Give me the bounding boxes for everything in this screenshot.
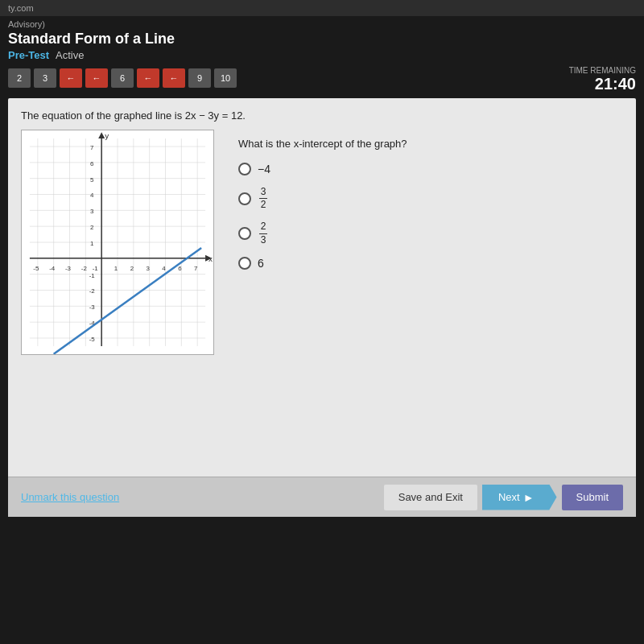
nav-btn-back3[interactable]: ←: [137, 68, 159, 88]
svg-text:3: 3: [90, 208, 94, 215]
svg-text:-3: -3: [65, 265, 72, 272]
denominator: 2: [259, 199, 267, 210]
bottom-dark-area: [0, 525, 644, 589]
main-content: The equation of the graphed line is 2x −…: [8, 98, 636, 517]
radio-opt3[interactable]: [238, 227, 251, 240]
svg-text:1: 1: [90, 240, 94, 247]
svg-text:-1: -1: [93, 265, 99, 272]
option-label-4: 6: [258, 257, 264, 270]
unmark-link[interactable]: Unmark this question: [21, 491, 119, 503]
svg-text:3: 3: [146, 265, 150, 272]
svg-text:7: 7: [90, 144, 93, 151]
numerator: 2: [259, 221, 267, 233]
option-row-2[interactable]: 3 2: [238, 187, 623, 210]
nav-btn-3[interactable]: 3: [34, 68, 56, 88]
option-row-4[interactable]: 6: [238, 257, 623, 270]
svg-text:2: 2: [130, 265, 134, 272]
time-remaining: TIME REMAINING 21:40: [569, 66, 636, 93]
option-row-1[interactable]: −4: [238, 163, 623, 175]
option-label-3: 2 3: [258, 221, 267, 245]
pre-test-row: Pre-Test Active: [8, 49, 636, 61]
active-label: Active: [56, 49, 84, 61]
option-label-2: 3 2: [258, 187, 267, 210]
advisory-text: Advisory): [8, 19, 636, 29]
header-bar: Advisory) Standard Form of a Line Pre-Te…: [0, 16, 644, 98]
radio-opt2[interactable]: [238, 192, 251, 205]
radio-opt4[interactable]: [238, 257, 251, 270]
pretest-label: Pre-Test: [8, 49, 49, 61]
numerator: 3: [259, 187, 267, 199]
svg-text:6: 6: [90, 160, 94, 167]
next-label: Next: [498, 491, 520, 503]
nav-btn-back4[interactable]: ←: [163, 68, 185, 88]
content-row: x y -5 -4 -3 -2 -1 1 2 3 4 6 7 7: [21, 130, 623, 358]
save-exit-button[interactable]: Save and Exit: [384, 485, 477, 510]
nav-btn-9[interactable]: 9: [188, 68, 211, 88]
fraction-2-3: 2 3: [259, 221, 267, 245]
top-bar: ty.com: [0, 0, 644, 16]
svg-text:x: x: [208, 254, 213, 263]
equation-text: The equation of the graphed line is 2x −…: [21, 109, 623, 122]
fraction-3-2: 3 2: [259, 187, 267, 210]
nav-btn-6[interactable]: 6: [111, 68, 134, 88]
svg-text:6: 6: [178, 265, 182, 272]
nav-btn-back1[interactable]: ←: [60, 68, 82, 88]
nav-btn-back2[interactable]: ←: [85, 68, 108, 88]
sub-question: What is the x-intercept of the graph?: [238, 138, 623, 150]
svg-text:7: 7: [194, 265, 197, 272]
radio-opt1[interactable]: [238, 163, 251, 175]
svg-text:-4: -4: [49, 265, 56, 272]
svg-text:y: y: [105, 131, 109, 140]
option-row-3[interactable]: 2 3: [238, 221, 623, 245]
denominator: 3: [259, 234, 267, 246]
svg-text:-5: -5: [33, 265, 39, 272]
url-text: ty.com: [8, 3, 34, 13]
svg-text:-3: -3: [89, 303, 96, 311]
svg-marker-27: [98, 132, 105, 138]
svg-text:5: 5: [90, 176, 94, 184]
right-panel: What is the x-intercept of the graph? −4…: [238, 130, 623, 281]
bottom-action-bar: Unmark this question Save and Exit Next …: [8, 477, 636, 517]
next-button[interactable]: Next ►: [482, 485, 557, 510]
svg-text:2: 2: [90, 224, 93, 231]
nav-row: 2 3 ← ← 6 ← ← 9 10: [8, 68, 237, 88]
graph-area: x y -5 -4 -3 -2 -1 1 2 3 4 6 7 7: [21, 130, 214, 358]
time-label: TIME REMAINING: [569, 66, 636, 75]
svg-text:-2: -2: [89, 287, 95, 295]
svg-text:4: 4: [162, 265, 166, 272]
next-arrow-icon: ►: [523, 491, 535, 504]
svg-text:4: 4: [90, 192, 94, 199]
svg-text:-1: -1: [89, 272, 96, 279]
submit-button[interactable]: Submit: [562, 485, 623, 510]
time-value: 21:40: [569, 75, 636, 93]
bottom-buttons: Save and Exit Next ► Submit: [384, 485, 623, 510]
nav-btn-2[interactable]: 2: [8, 68, 31, 88]
svg-text:-5: -5: [89, 336, 96, 343]
option-label-1: −4: [258, 163, 270, 175]
coordinate-graph: x y -5 -4 -3 -2 -1 1 2 3 4 6 7 7: [21, 130, 214, 355]
page-title: Standard Form of a Line: [8, 31, 636, 47]
nav-btn-10[interactable]: 10: [214, 68, 237, 88]
svg-text:1: 1: [114, 265, 118, 272]
svg-text:-2: -2: [81, 265, 87, 272]
